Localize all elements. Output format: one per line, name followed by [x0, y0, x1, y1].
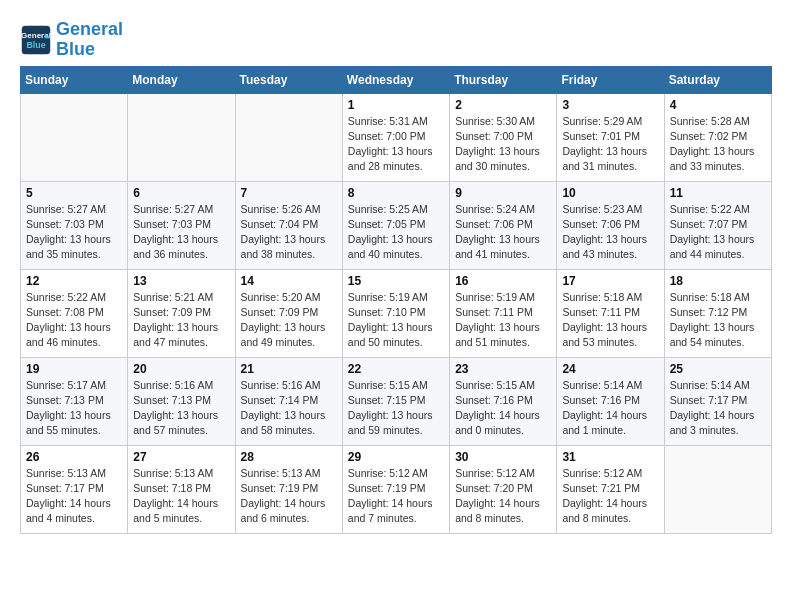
- calendar-cell: 15Sunrise: 5:19 AM Sunset: 7:10 PM Dayli…: [342, 269, 449, 357]
- logo-text: GeneralBlue: [56, 20, 123, 60]
- calendar-cell: 6Sunrise: 5:27 AM Sunset: 7:03 PM Daylig…: [128, 181, 235, 269]
- calendar-cell: [128, 93, 235, 181]
- calendar-week-row: 12Sunrise: 5:22 AM Sunset: 7:08 PM Dayli…: [21, 269, 772, 357]
- calendar-week-row: 1Sunrise: 5:31 AM Sunset: 7:00 PM Daylig…: [21, 93, 772, 181]
- day-number: 8: [348, 186, 444, 200]
- calendar-cell: 29Sunrise: 5:12 AM Sunset: 7:19 PM Dayli…: [342, 445, 449, 533]
- day-number: 18: [670, 274, 766, 288]
- day-info: Sunrise: 5:22 AM Sunset: 7:07 PM Dayligh…: [670, 202, 766, 263]
- day-info: Sunrise: 5:27 AM Sunset: 7:03 PM Dayligh…: [133, 202, 229, 263]
- day-number: 19: [26, 362, 122, 376]
- day-info: Sunrise: 5:31 AM Sunset: 7:00 PM Dayligh…: [348, 114, 444, 175]
- day-number: 5: [26, 186, 122, 200]
- calendar-cell: 12Sunrise: 5:22 AM Sunset: 7:08 PM Dayli…: [21, 269, 128, 357]
- day-number: 13: [133, 274, 229, 288]
- header-saturday: Saturday: [664, 66, 771, 93]
- calendar-cell: 24Sunrise: 5:14 AM Sunset: 7:16 PM Dayli…: [557, 357, 664, 445]
- page-header: General Blue GeneralBlue: [20, 20, 772, 60]
- calendar-cell: 19Sunrise: 5:17 AM Sunset: 7:13 PM Dayli…: [21, 357, 128, 445]
- header-wednesday: Wednesday: [342, 66, 449, 93]
- day-info: Sunrise: 5:17 AM Sunset: 7:13 PM Dayligh…: [26, 378, 122, 439]
- day-number: 31: [562, 450, 658, 464]
- header-tuesday: Tuesday: [235, 66, 342, 93]
- calendar-cell: [235, 93, 342, 181]
- calendar-cell: 14Sunrise: 5:20 AM Sunset: 7:09 PM Dayli…: [235, 269, 342, 357]
- day-number: 25: [670, 362, 766, 376]
- calendar-cell: 17Sunrise: 5:18 AM Sunset: 7:11 PM Dayli…: [557, 269, 664, 357]
- calendar-cell: 7Sunrise: 5:26 AM Sunset: 7:04 PM Daylig…: [235, 181, 342, 269]
- calendar-cell: 20Sunrise: 5:16 AM Sunset: 7:13 PM Dayli…: [128, 357, 235, 445]
- day-number: 10: [562, 186, 658, 200]
- day-number: 6: [133, 186, 229, 200]
- calendar-cell: 26Sunrise: 5:13 AM Sunset: 7:17 PM Dayli…: [21, 445, 128, 533]
- day-number: 28: [241, 450, 337, 464]
- calendar-cell: 28Sunrise: 5:13 AM Sunset: 7:19 PM Dayli…: [235, 445, 342, 533]
- day-number: 20: [133, 362, 229, 376]
- day-number: 15: [348, 274, 444, 288]
- calendar-cell: 25Sunrise: 5:14 AM Sunset: 7:17 PM Dayli…: [664, 357, 771, 445]
- day-number: 11: [670, 186, 766, 200]
- day-info: Sunrise: 5:15 AM Sunset: 7:16 PM Dayligh…: [455, 378, 551, 439]
- calendar-week-row: 26Sunrise: 5:13 AM Sunset: 7:17 PM Dayli…: [21, 445, 772, 533]
- day-number: 29: [348, 450, 444, 464]
- calendar-cell: 5Sunrise: 5:27 AM Sunset: 7:03 PM Daylig…: [21, 181, 128, 269]
- day-number: 14: [241, 274, 337, 288]
- day-info: Sunrise: 5:23 AM Sunset: 7:06 PM Dayligh…: [562, 202, 658, 263]
- calendar-cell: 2Sunrise: 5:30 AM Sunset: 7:00 PM Daylig…: [450, 93, 557, 181]
- day-info: Sunrise: 5:19 AM Sunset: 7:11 PM Dayligh…: [455, 290, 551, 351]
- calendar-body: 1Sunrise: 5:31 AM Sunset: 7:00 PM Daylig…: [21, 93, 772, 533]
- calendar-header-row: SundayMondayTuesdayWednesdayThursdayFrid…: [21, 66, 772, 93]
- day-info: Sunrise: 5:25 AM Sunset: 7:05 PM Dayligh…: [348, 202, 444, 263]
- day-number: 16: [455, 274, 551, 288]
- calendar-cell: 22Sunrise: 5:15 AM Sunset: 7:15 PM Dayli…: [342, 357, 449, 445]
- day-info: Sunrise: 5:16 AM Sunset: 7:14 PM Dayligh…: [241, 378, 337, 439]
- day-info: Sunrise: 5:14 AM Sunset: 7:17 PM Dayligh…: [670, 378, 766, 439]
- header-thursday: Thursday: [450, 66, 557, 93]
- day-info: Sunrise: 5:22 AM Sunset: 7:08 PM Dayligh…: [26, 290, 122, 351]
- day-info: Sunrise: 5:13 AM Sunset: 7:17 PM Dayligh…: [26, 466, 122, 527]
- calendar-cell: 8Sunrise: 5:25 AM Sunset: 7:05 PM Daylig…: [342, 181, 449, 269]
- calendar-cell: 9Sunrise: 5:24 AM Sunset: 7:06 PM Daylig…: [450, 181, 557, 269]
- day-info: Sunrise: 5:29 AM Sunset: 7:01 PM Dayligh…: [562, 114, 658, 175]
- calendar-cell: 27Sunrise: 5:13 AM Sunset: 7:18 PM Dayli…: [128, 445, 235, 533]
- calendar-cell: [664, 445, 771, 533]
- day-number: 3: [562, 98, 658, 112]
- day-number: 23: [455, 362, 551, 376]
- calendar-week-row: 5Sunrise: 5:27 AM Sunset: 7:03 PM Daylig…: [21, 181, 772, 269]
- calendar-cell: [21, 93, 128, 181]
- day-info: Sunrise: 5:12 AM Sunset: 7:20 PM Dayligh…: [455, 466, 551, 527]
- day-number: 1: [348, 98, 444, 112]
- day-info: Sunrise: 5:28 AM Sunset: 7:02 PM Dayligh…: [670, 114, 766, 175]
- calendar-cell: 1Sunrise: 5:31 AM Sunset: 7:00 PM Daylig…: [342, 93, 449, 181]
- calendar-cell: 10Sunrise: 5:23 AM Sunset: 7:06 PM Dayli…: [557, 181, 664, 269]
- day-number: 17: [562, 274, 658, 288]
- day-number: 21: [241, 362, 337, 376]
- day-info: Sunrise: 5:20 AM Sunset: 7:09 PM Dayligh…: [241, 290, 337, 351]
- day-info: Sunrise: 5:15 AM Sunset: 7:15 PM Dayligh…: [348, 378, 444, 439]
- day-number: 7: [241, 186, 337, 200]
- day-number: 30: [455, 450, 551, 464]
- header-sunday: Sunday: [21, 66, 128, 93]
- calendar-cell: 4Sunrise: 5:28 AM Sunset: 7:02 PM Daylig…: [664, 93, 771, 181]
- logo: General Blue GeneralBlue: [20, 20, 123, 60]
- day-number: 2: [455, 98, 551, 112]
- day-info: Sunrise: 5:24 AM Sunset: 7:06 PM Dayligh…: [455, 202, 551, 263]
- calendar-cell: 18Sunrise: 5:18 AM Sunset: 7:12 PM Dayli…: [664, 269, 771, 357]
- day-info: Sunrise: 5:30 AM Sunset: 7:00 PM Dayligh…: [455, 114, 551, 175]
- day-number: 9: [455, 186, 551, 200]
- day-info: Sunrise: 5:18 AM Sunset: 7:11 PM Dayligh…: [562, 290, 658, 351]
- day-number: 22: [348, 362, 444, 376]
- day-info: Sunrise: 5:12 AM Sunset: 7:21 PM Dayligh…: [562, 466, 658, 527]
- day-number: 24: [562, 362, 658, 376]
- day-info: Sunrise: 5:14 AM Sunset: 7:16 PM Dayligh…: [562, 378, 658, 439]
- day-info: Sunrise: 5:12 AM Sunset: 7:19 PM Dayligh…: [348, 466, 444, 527]
- calendar-table: SundayMondayTuesdayWednesdayThursdayFrid…: [20, 66, 772, 534]
- day-info: Sunrise: 5:13 AM Sunset: 7:19 PM Dayligh…: [241, 466, 337, 527]
- day-info: Sunrise: 5:21 AM Sunset: 7:09 PM Dayligh…: [133, 290, 229, 351]
- header-friday: Friday: [557, 66, 664, 93]
- day-number: 12: [26, 274, 122, 288]
- day-number: 4: [670, 98, 766, 112]
- calendar-cell: 30Sunrise: 5:12 AM Sunset: 7:20 PM Dayli…: [450, 445, 557, 533]
- day-info: Sunrise: 5:16 AM Sunset: 7:13 PM Dayligh…: [133, 378, 229, 439]
- day-info: Sunrise: 5:27 AM Sunset: 7:03 PM Dayligh…: [26, 202, 122, 263]
